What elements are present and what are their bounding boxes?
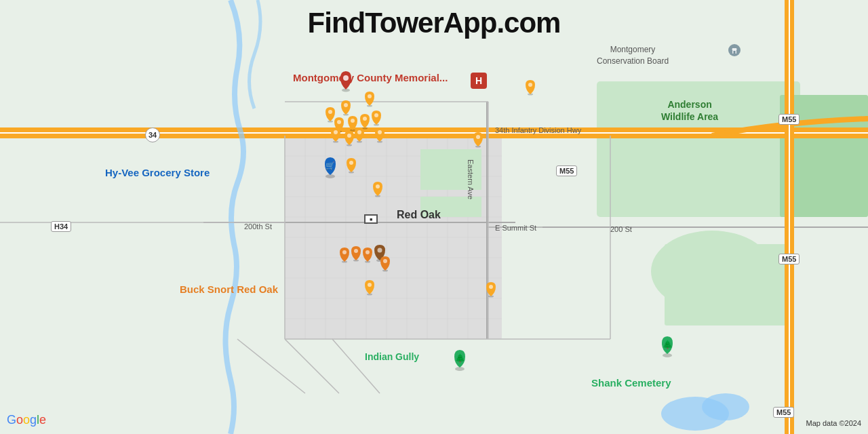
badge-m55-top: M55 (778, 114, 800, 125)
pin-montgomery-memorial[interactable] (337, 71, 355, 95)
svg-point-81 (357, 130, 361, 134)
svg-point-89 (476, 135, 480, 139)
svg-rect-52 (734, 51, 736, 54)
pin-indian-gully[interactable]: 🌲 (450, 349, 469, 374)
svg-point-71 (351, 119, 355, 123)
pin-yellow-2[interactable] (363, 91, 376, 110)
pin-yellow-11[interactable] (374, 127, 386, 146)
pin-yellow-8[interactable] (330, 127, 342, 146)
svg-point-95 (342, 250, 347, 254)
svg-point-93 (489, 285, 493, 289)
svg-point-63 (344, 103, 348, 107)
pin-orange-3[interactable] (361, 247, 374, 266)
svg-point-65 (368, 94, 372, 98)
svg-point-77 (334, 130, 338, 134)
svg-point-99 (366, 250, 370, 254)
svg-point-57 (343, 75, 349, 81)
svg-point-69 (337, 120, 341, 124)
svg-point-83 (378, 130, 382, 134)
pin-yellow-s[interactable] (363, 279, 376, 298)
svg-rect-53 (732, 49, 737, 50)
svg-point-75 (374, 113, 378, 117)
pin-yellow-north[interactable] (524, 79, 536, 98)
pin-yellow-eastern[interactable] (472, 132, 484, 151)
svg-point-73 (363, 117, 367, 121)
badge-m55-bot: M55 (773, 407, 794, 418)
svg-rect-1 (597, 81, 800, 217)
map-container: FindTowerApp.com Red Oak Montgomery Coun… (0, 0, 868, 434)
svg-point-105 (368, 283, 372, 287)
pin-orange-2[interactable] (350, 245, 362, 264)
svg-point-97 (354, 249, 358, 253)
building-marker: ■ (364, 214, 378, 224)
pin-yellow-10[interactable] (353, 127, 366, 146)
svg-point-35 (702, 393, 749, 420)
svg-rect-4 (665, 244, 787, 326)
pin-yellow-se[interactable] (485, 281, 497, 300)
label-eastern-ave: Eastern Ave (467, 159, 475, 199)
pin-hyvee-cart[interactable]: 🛒 (321, 156, 340, 182)
svg-point-79 (347, 134, 351, 138)
google-logo: Google (7, 413, 46, 427)
svg-point-103 (383, 259, 387, 263)
pin-yellow-7[interactable] (370, 110, 382, 129)
map-attribution: Map data ©2024 (806, 419, 862, 427)
pin-orange-4[interactable] (379, 256, 391, 275)
svg-text:🛒: 🛒 (326, 161, 335, 170)
pin-shank-cemetery[interactable]: 🌲 (658, 335, 677, 361)
svg-point-101 (378, 248, 382, 253)
badge-m55-mid: M55 (556, 165, 577, 176)
svg-rect-26 (420, 197, 481, 217)
svg-text:🌲: 🌲 (663, 339, 673, 349)
conservation-board-icon (728, 43, 741, 60)
badge-us-34: 34 (145, 127, 160, 142)
pin-orange-1[interactable] (338, 247, 351, 266)
site-title: FindTowerApp.com (308, 7, 561, 39)
hospital-marker: H (471, 73, 487, 89)
badge-h34: H34 (51, 221, 71, 232)
badge-m55-right: M55 (778, 254, 800, 264)
pin-yellow-13[interactable] (372, 181, 384, 200)
svg-point-67 (328, 110, 332, 114)
pin-yellow-12[interactable] (345, 157, 357, 176)
svg-text:🌲: 🌲 (455, 353, 465, 363)
svg-point-91 (528, 83, 532, 87)
svg-point-87 (376, 184, 380, 189)
svg-point-85 (349, 161, 353, 165)
